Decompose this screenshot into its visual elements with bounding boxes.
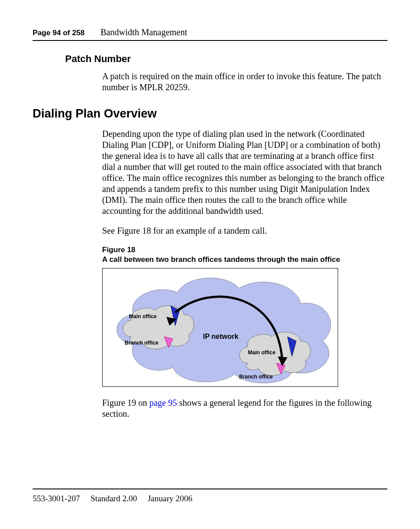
ip-network-label: IP network [203,333,239,340]
patch-number-heading: Patch Number [65,53,387,65]
page-header: Page 94 of 258 Bandwidth Management [33,27,387,41]
footer-date: January 2006 [147,494,192,503]
section-title: Bandwidth Management [100,27,187,37]
dialing-plan-overview-heading: Dialing Plan Overview [33,107,387,121]
after-figure-pre: Figure 19 on [102,398,149,408]
figure-caption: A call between two branch offices tandem… [102,255,340,264]
dialing-plan-overview-body: Depending upon the type of dialing plan … [102,129,387,217]
figure-18-diagram: Main office Branch office IP network Mai… [102,268,338,387]
after-figure-text: Figure 19 on page 95 shows a general leg… [102,397,387,419]
footer-standard: Standard 2.00 [91,494,137,503]
footer-docnum: 553-3001-207 [33,494,80,503]
branch-office-right-label: Branch office [239,374,273,380]
figure-label: Figure 18 A call between two branch offi… [102,245,387,264]
page-footer: 553-3001-207 Standard 2.00 January 2006 [33,489,387,503]
main-office-left-label: Main office [129,313,157,320]
main-office-right-label: Main office [248,349,276,356]
figure-number: Figure 18 [102,246,136,254]
page-95-link[interactable]: page 95 [149,398,177,408]
patch-number-body: A patch is required on the main office i… [102,71,387,93]
see-figure-text: See Figure 18 for an example of a tandem… [102,225,387,236]
page-number: Page 94 of 258 [33,29,85,37]
branch-office-left-label: Branch office [125,340,158,346]
